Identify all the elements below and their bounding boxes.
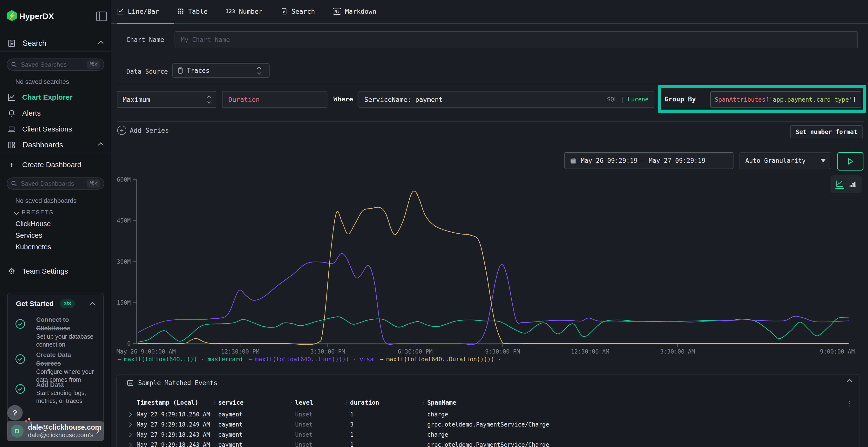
granularity-select[interactable]: Auto Granularity: [740, 152, 831, 169]
svg-text:May 26 9:00:00 AM: May 26 9:00:00 AM: [117, 348, 176, 355]
shortcut-badge: ⌘K: [87, 179, 100, 187]
chart-name-input[interactable]: [175, 31, 858, 48]
column-timestamp[interactable]: Timestamp (Local): [137, 399, 218, 406]
check-circle-icon: [15, 354, 26, 365]
active-tab-underline: [117, 23, 174, 24]
line-chart-icon: [117, 8, 124, 15]
sql-mode-toggle[interactable]: SQL: [607, 96, 617, 103]
presets-toggle[interactable]: PRESETS: [14, 209, 54, 216]
svg-text:300M: 300M: [117, 259, 131, 265]
calendar-icon: [570, 157, 577, 164]
main-content: Line/Bar Table 123 Number: [111, 0, 868, 447]
legend-marker-icon: —: [380, 356, 383, 363]
where-input[interactable]: ServiceName: payment SQL | Lucene: [359, 91, 654, 108]
set-number-format-button[interactable]: Set number format: [790, 125, 863, 138]
sidebar-section-dashboards[interactable]: Dashboards: [0, 138, 111, 152]
data-source-select[interactable]: Traces: [173, 63, 270, 78]
tab-line-bar[interactable]: Line/Bar: [117, 8, 159, 15]
legend-marker-icon: —: [249, 356, 252, 363]
search-icon: [10, 180, 18, 187]
list-icon: [127, 379, 134, 386]
expand-row-icon[interactable]: [127, 422, 132, 427]
chart-type-tabs: Line/Bar Table 123 Number: [111, 0, 868, 24]
onboarding-item-data-sources[interactable]: Create Data Sources Configure where your…: [15, 350, 97, 384]
group-by-input[interactable]: SpanAttributes['app.payment.card_type']: [710, 91, 861, 108]
legend-item[interactable]: —maxIf(toFloat64O..tion))))) · visa: [249, 356, 374, 363]
no-saved-dashboards-text: No saved dashboards: [16, 197, 76, 204]
sidebar-item-team-settings[interactable]: ⚙ Team Settings: [0, 265, 111, 278]
svg-text:450M: 450M: [117, 217, 131, 224]
chevron-up-icon[interactable]: [90, 302, 95, 308]
preset-services[interactable]: Services: [16, 232, 42, 239]
gear-icon: ⚙: [7, 266, 17, 276]
run-query-button[interactable]: [837, 152, 863, 171]
no-saved-searches-text: No saved searches: [16, 78, 69, 85]
sidebar-search-label: Search: [23, 39, 46, 48]
expand-row-icon[interactable]: [127, 443, 132, 447]
legend-item[interactable]: —maxIf(toFloat64O..))) · mastercard: [118, 356, 243, 363]
plus-circle-icon: +: [117, 126, 126, 135]
table-row[interactable]: May 27 9:29:18.243 AMpayment Unset1 grpc…: [128, 440, 849, 447]
saved-dashboards-input[interactable]: ⌘K: [7, 177, 104, 190]
get-started-progress-badge: 3/3: [60, 299, 75, 308]
aggregation-select[interactable]: Maximum: [117, 91, 216, 108]
dashboards-grid-icon: [7, 140, 17, 150]
column-spanname[interactable]: ⋮SpanName: [427, 399, 849, 406]
play-icon: [847, 158, 854, 165]
table-row[interactable]: May 27 9:29:18.249 AMpayment Unset3 grpc…: [128, 420, 849, 429]
bell-icon: [7, 108, 17, 118]
legend-item[interactable]: —maxIf(toFloat64O..Duration))))) ·: [380, 356, 501, 363]
svg-text:12:30:00 PM: 12:30:00 PM: [221, 348, 259, 355]
add-series-button[interactable]: + Add Series: [117, 126, 169, 135]
sidebar-item-chart-explorer[interactable]: Chart Explorer: [0, 91, 111, 104]
saved-dashboards-field[interactable]: [20, 180, 87, 187]
sidebar-dashboards-label: Dashboards: [23, 141, 63, 149]
legend-marker-icon: —: [118, 356, 121, 363]
expand-row-icon[interactable]: [127, 412, 132, 417]
sidebar: ⚡ HyperDX Search ⌘K No saved searches: [0, 0, 112, 447]
column-level[interactable]: ⋮level: [295, 399, 350, 406]
document-lines-icon: [280, 8, 288, 15]
chevron-down-icon: [14, 210, 19, 215]
legend-label: maxIf(toFloat64O..Duration))))) ·: [386, 356, 501, 363]
avatar: D: [10, 424, 24, 438]
events-table-header: Timestamp (Local) ⋮service ⋮level ⋮durat…: [128, 397, 849, 408]
user-menu[interactable]: D dale@clickhouse.com dale@clickhouse.co…: [7, 421, 104, 441]
table-row[interactable]: May 27 9:29:18.250 AMpayment Unset1 char…: [128, 410, 849, 419]
tab-search[interactable]: Search: [280, 8, 315, 15]
create-dashboard-button[interactable]: + Create Dashboard: [0, 158, 111, 171]
column-service[interactable]: ⋮service: [218, 399, 295, 406]
sidebar-item-alerts[interactable]: Alerts: [0, 107, 111, 120]
caret-down-icon: [821, 159, 826, 162]
svg-text:600M: 600M: [117, 176, 131, 183]
onboarding-item-add-data[interactable]: Add Data Start sending logs, metrics, or…: [15, 380, 97, 405]
hyperdx-app: ⚡ HyperDX Search ⌘K No saved searches: [0, 0, 868, 447]
field-input[interactable]: [222, 91, 328, 108]
sidebar-item-client-sessions[interactable]: Client Sessions: [0, 123, 111, 136]
tab-number[interactable]: 123 Number: [225, 8, 262, 15]
search-icon: [10, 61, 18, 68]
database-icon: [177, 67, 184, 74]
time-range-input[interactable]: May 26 09:29:19 - May 27 09:29:19: [564, 152, 734, 169]
onboarding-item-connect[interactable]: Connect to ClickHouse Set up your databa…: [15, 315, 97, 348]
column-duration[interactable]: ⋮duration: [350, 399, 427, 406]
table-icon: [177, 8, 184, 15]
shortcut-badge: ⌘K: [87, 61, 100, 69]
expand-row-icon[interactable]: [127, 433, 132, 437]
check-circle-icon: [15, 384, 26, 394]
lucene-mode-toggle[interactable]: Lucene: [628, 96, 649, 103]
sidebar-section-search[interactable]: Search: [0, 37, 111, 50]
tab-table[interactable]: Table: [177, 8, 208, 15]
select-chevrons-icon: [208, 96, 211, 103]
svg-text:3:30:00 PM: 3:30:00 PM: [310, 348, 345, 355]
tab-markdown[interactable]: M↓ Markdown: [333, 8, 376, 15]
help-button[interactable]: ?: [7, 405, 23, 420]
saved-searches-field[interactable]: [20, 61, 87, 69]
preset-clickhouse[interactable]: ClickHouse: [16, 220, 51, 228]
timeseries-chart[interactable]: 0150M300M450M600MMay 26 9:00:00 AM12:30:…: [111, 173, 868, 356]
table-row[interactable]: May 27 9:29:18.243 AMpayment Unset1 char…: [128, 430, 849, 440]
preset-kubernetes[interactable]: Kubernetes: [16, 243, 51, 251]
sidebar-collapse-icon[interactable]: [96, 11, 107, 21]
where-label: Where: [334, 95, 353, 103]
saved-searches-input[interactable]: ⌘K: [7, 59, 104, 71]
